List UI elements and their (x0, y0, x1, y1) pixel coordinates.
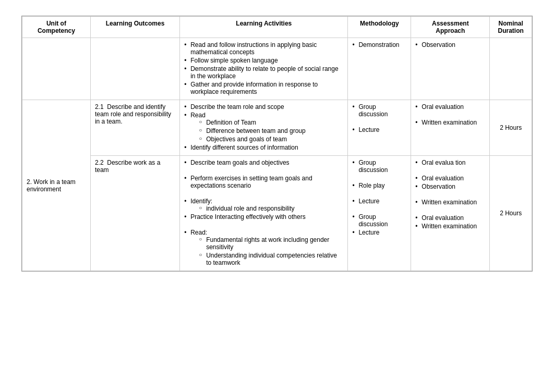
method-group3: Lecture (352, 198, 406, 205)
list-item: Oral evalua tion (415, 159, 485, 166)
list-item: Observation (415, 41, 485, 48)
cell-lo-2-1: 2.1 Describe and identify team role and … (90, 100, 179, 156)
list-item: Demonstrate ability to relate to people … (184, 65, 343, 80)
cell-unit-2: 2. Work in a team environment (22, 100, 91, 271)
method-group1: Group discussion (352, 159, 406, 174)
list-item: Group discussion (352, 213, 406, 228)
list-item: Written examination (415, 119, 485, 126)
list-item: Perform exercises in setting team goals … (184, 175, 343, 189)
cell-method-2-1: Group discussion Lecture (348, 100, 411, 156)
row-2-1: 2. Work in a team environment 2.1 Descri… (22, 100, 532, 156)
lo-text-2-1: Describe and identify team role and resp… (95, 103, 171, 125)
cell-method-2-2: Group discussion Role play Lecture Group… (348, 156, 411, 271)
list-item: Role play (352, 182, 406, 189)
list-item: Read and follow instructions in applying… (184, 41, 343, 56)
method-list-2-1: Group discussion (352, 103, 406, 118)
list-item: Describe team goals and objectives (184, 159, 343, 166)
curriculum-table: Unit of Competency Learning Outcomes Lea… (22, 16, 532, 271)
list-item: Understanding individual competencies re… (199, 252, 343, 266)
list-item: individual role and responsibility (199, 205, 343, 212)
cell-assess-top: Observation (411, 38, 490, 100)
list-item: Read: Fundamental rights at work includi… (184, 229, 343, 266)
cell-duration-2-1: 2 Hours (490, 100, 532, 156)
list-item: Group discussion (352, 103, 406, 118)
list-item: Group discussion (352, 159, 406, 174)
list-item: Demonstration (352, 41, 406, 48)
header-assessment: Assessment Approach (411, 17, 490, 38)
list-item: Follow simple spoken language (184, 57, 343, 64)
cell-lo-top (90, 38, 179, 100)
activity-list-2-2b: Perform exercises in setting team goals … (184, 175, 343, 189)
cell-duration-2-2: 2 Hours (490, 156, 532, 271)
list-item: Written examination (415, 223, 485, 230)
assess-list-2-1b: Written examination (415, 119, 485, 126)
cell-assess-2-1: Oral evaluation Written examination (411, 100, 490, 156)
header-unit: Unit of Competency (22, 17, 91, 38)
list-item: Oral evaluation (415, 103, 485, 111)
list-item: Describe the team role and scope (184, 103, 343, 111)
activity-list-2-2d: Read: Fundamental rights at work includi… (184, 229, 343, 266)
method-group2: Role play (352, 182, 406, 189)
header-duration: Nominal Duration (490, 17, 532, 38)
list-item: Objectives and goals of team (199, 136, 343, 143)
activity-list-2-2: Describe team goals and objectives (184, 159, 343, 166)
activity-list-2-2c: Identify: individual role and responsibi… (184, 198, 343, 220)
list-item: Lecture (352, 229, 406, 236)
row-top: Read and follow instructions in applying… (22, 38, 532, 100)
assess-group1: Oral evalua tion (415, 159, 485, 166)
list-item: Oral evaluation (415, 175, 485, 182)
header-methodology: Methodology (348, 17, 411, 38)
list-item: Identify different sources of informatio… (184, 144, 343, 151)
header-lo: Learning Outcomes (90, 17, 179, 38)
method-list-2-1b: Lecture (352, 126, 406, 133)
cell-la-2-1: Describe the team role and scope Read De… (180, 100, 348, 156)
row-2-2: 2.2 Describe work as a team Describe tea… (22, 156, 532, 271)
cell-la-top: Read and follow instructions in applying… (180, 38, 348, 100)
cell-la-2-2: Describe team goals and objectives Perfo… (180, 156, 348, 271)
header-la: Learning Activities (180, 17, 348, 38)
list-item: Identify: individual role and responsibi… (184, 198, 343, 212)
activity-list-top: Read and follow instructions in applying… (184, 41, 343, 95)
list-item: Read Definition of Team Difference betwe… (184, 112, 343, 143)
cell-duration-top (490, 38, 532, 100)
assess-group2: Oral evaluation Observation (415, 175, 485, 190)
assess-group4: Oral evaluation Written examination (415, 214, 485, 230)
sub-list-2-2-identify: individual role and responsibility (190, 205, 343, 212)
list-item: Oral evaluation (415, 214, 485, 222)
list-item: Difference between team and group (199, 127, 343, 134)
list-item: Lecture (352, 126, 406, 133)
sub-list-2-2-read: Fundamental rights at work including gen… (190, 236, 343, 266)
main-table-wrapper: Unit of Competency Learning Outcomes Lea… (21, 16, 533, 272)
sub-list-2-1-read: Definition of Team Difference between te… (190, 119, 343, 143)
cell-assess-2-2: Oral evalua tion Oral evaluation Observa… (411, 156, 490, 271)
list-item: Fundamental rights at work including gen… (199, 236, 343, 251)
cell-lo-2-2: 2.2 Describe work as a team (90, 156, 179, 271)
list-item: Observation (415, 183, 485, 190)
lo-text-2-2: Describe work as a team (95, 159, 160, 174)
list-item: Lecture (352, 198, 406, 205)
assess-group3: Written examination (415, 199, 485, 206)
list-item: Practice Interacting effectively with ot… (184, 213, 343, 220)
list-item: Definition of Team (199, 119, 343, 126)
cell-unit-top (22, 38, 91, 100)
lo-num-2-2: 2.2 (95, 159, 104, 166)
method-list-top: Demonstration (352, 41, 406, 48)
list-item: Written examination (415, 199, 485, 206)
assess-list-top: Observation (415, 41, 485, 48)
assess-list-2-1: Oral evaluation (415, 103, 485, 111)
method-group4: Group discussion Lecture (352, 213, 406, 236)
list-item: Gather and provide information in respon… (184, 81, 343, 95)
lo-num-2-1: 2.1 (95, 103, 104, 111)
activity-list-2-1: Describe the team role and scope Read De… (184, 103, 343, 151)
cell-method-top: Demonstration (348, 38, 411, 100)
